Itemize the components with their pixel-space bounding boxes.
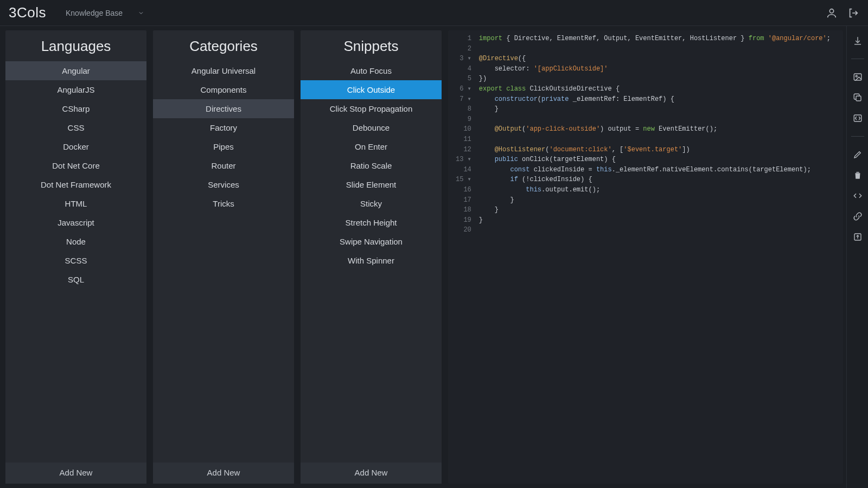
list-item[interactable]: HTML bbox=[5, 194, 146, 213]
languages-list: AngularAngularJSCSharpCSSDockerDot Net C… bbox=[5, 61, 146, 463]
list-item[interactable]: Components bbox=[153, 80, 294, 99]
share-icon[interactable] bbox=[853, 232, 863, 242]
categories-header: Categories bbox=[153, 30, 294, 61]
svg-point-2 bbox=[856, 75, 857, 77]
app-logo: 3Cols bbox=[9, 4, 46, 21]
chevron-down-icon bbox=[138, 10, 144, 16]
categories-list: Angular UniversalComponentsDirectivesFac… bbox=[153, 61, 294, 463]
categories-add-new[interactable]: Add New bbox=[153, 463, 294, 484]
list-item[interactable]: Tricks bbox=[153, 194, 294, 213]
list-item[interactable]: Dot Net Framework bbox=[5, 175, 146, 194]
snippets-column: Snippets Auto FocusClick OutsideClick St… bbox=[301, 30, 442, 484]
main-area: Languages AngularAngularJSCSharpCSSDocke… bbox=[0, 26, 868, 488]
snippets-list: Auto FocusClick OutsideClick Stop Propag… bbox=[301, 61, 442, 463]
svg-rect-1 bbox=[854, 74, 861, 80]
list-item[interactable]: Slide Element bbox=[301, 175, 442, 194]
embed-icon[interactable] bbox=[853, 191, 863, 201]
user-icon[interactable] bbox=[826, 7, 838, 19]
list-item[interactable]: Debounce bbox=[301, 118, 442, 137]
languages-column: Languages AngularAngularJSCSharpCSSDocke… bbox=[5, 30, 146, 484]
list-item[interactable]: Click Stop Propagation bbox=[301, 99, 442, 118]
expand-icon[interactable] bbox=[853, 113, 863, 123]
list-item[interactable]: Angular bbox=[5, 61, 146, 80]
rail-separator bbox=[851, 59, 864, 59]
code-gutter: 123 ▾456 ▾7 ▾8910111213 ▾1415 ▾161718192… bbox=[448, 30, 477, 484]
code-content: import { Directive, ElementRef, Output, … bbox=[477, 30, 836, 484]
link-icon[interactable] bbox=[853, 211, 863, 221]
list-item[interactable]: CSharp bbox=[5, 99, 146, 118]
download-icon[interactable] bbox=[853, 36, 863, 46]
list-item[interactable]: Node bbox=[5, 232, 146, 251]
action-rail bbox=[846, 26, 868, 488]
rail-separator bbox=[851, 136, 864, 137]
list-item[interactable]: SQL bbox=[5, 270, 146, 289]
code-pane: 123 ▾456 ▾7 ▾8910111213 ▾1415 ▾161718192… bbox=[448, 30, 843, 484]
snippets-add-new[interactable]: Add New bbox=[301, 463, 442, 484]
list-item[interactable]: On Enter bbox=[301, 137, 442, 156]
list-item[interactable]: Directives bbox=[153, 99, 294, 118]
list-item[interactable]: Docker bbox=[5, 137, 146, 156]
copy-icon[interactable] bbox=[853, 93, 863, 102]
list-item[interactable]: Factory bbox=[153, 118, 294, 137]
list-item[interactable]: Auto Focus bbox=[301, 61, 442, 80]
svg-point-0 bbox=[829, 9, 833, 12]
list-item[interactable]: Router bbox=[153, 156, 294, 175]
list-item[interactable]: Angular Universal bbox=[153, 61, 294, 80]
list-item[interactable]: Swipe Navigation bbox=[301, 232, 442, 251]
list-item[interactable]: Dot Net Core bbox=[5, 156, 146, 175]
list-item[interactable]: CSS bbox=[5, 118, 146, 137]
board-name: Knowledge Base bbox=[66, 9, 123, 17]
languages-header: Languages bbox=[5, 30, 146, 61]
snippets-header: Snippets bbox=[301, 30, 442, 61]
list-item[interactable]: Services bbox=[153, 175, 294, 194]
svg-rect-3 bbox=[856, 96, 861, 101]
list-item[interactable]: Click Outside bbox=[301, 80, 442, 99]
categories-column: Categories Angular UniversalComponentsDi… bbox=[153, 30, 294, 484]
code-editor[interactable]: 123 ▾456 ▾7 ▾8910111213 ▾1415 ▾161718192… bbox=[448, 30, 843, 484]
list-item[interactable]: Javascript bbox=[5, 213, 146, 232]
languages-add-new[interactable]: Add New bbox=[5, 463, 146, 484]
list-item[interactable]: SCSS bbox=[5, 251, 146, 270]
list-item[interactable]: Sticky bbox=[301, 194, 442, 213]
list-item[interactable]: Ratio Scale bbox=[301, 156, 442, 175]
list-item[interactable]: Pipes bbox=[153, 137, 294, 156]
list-item[interactable]: With Spinner bbox=[301, 251, 442, 270]
delete-icon[interactable] bbox=[853, 170, 863, 180]
edit-icon[interactable] bbox=[853, 150, 863, 159]
list-item[interactable]: Stretch Height bbox=[301, 213, 442, 232]
board-selector[interactable]: Knowledge Base bbox=[61, 7, 149, 20]
top-bar: 3Cols Knowledge Base bbox=[0, 0, 868, 26]
list-item[interactable]: AngularJS bbox=[5, 80, 146, 99]
logout-icon[interactable] bbox=[847, 7, 859, 19]
image-icon[interactable] bbox=[853, 72, 863, 82]
